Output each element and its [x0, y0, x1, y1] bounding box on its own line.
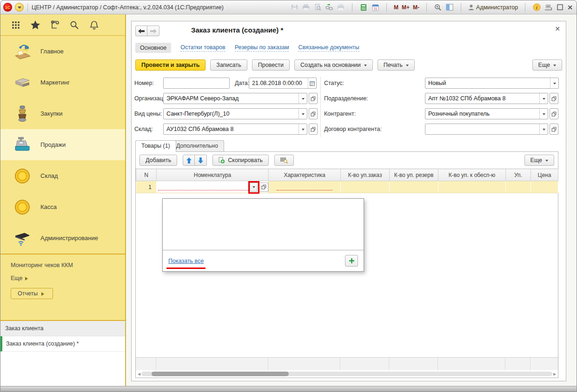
forward-button[interactable] — [147, 26, 159, 36]
show-all-link[interactable]: Показать все — [168, 258, 204, 264]
1c-logo-icon[interactable]: 1С — [3, 3, 12, 12]
sidebar-item-marketing[interactable]: Маркетинг — [0, 67, 125, 98]
table-row[interactable]: 1 — [136, 181, 558, 193]
counterparty-field[interactable]: Розничный покупатель — [425, 108, 548, 119]
sidebar-item-administration[interactable]: Администрирование — [0, 222, 125, 254]
col-nomenclature[interactable]: Номенклатура — [157, 169, 269, 181]
dropdown-caret[interactable] — [298, 109, 307, 119]
form-more-button[interactable]: Еще — [532, 59, 562, 71]
memory-recall-button[interactable]: M — [394, 4, 398, 11]
exchange-link-icon[interactable] — [325, 3, 333, 12]
apps-grid-icon[interactable] — [11, 20, 21, 30]
contract-open-button[interactable] — [550, 124, 558, 135]
maximize-icon[interactable] — [556, 3, 564, 12]
sidebar-more-link[interactable]: Еще — [11, 275, 125, 281]
date-field[interactable]: 21.08.2018 0:00:00 — [249, 78, 317, 89]
move-down-button[interactable] — [195, 155, 207, 166]
info-icon[interactable]: i — [532, 3, 541, 12]
post-button[interactable]: Провести — [252, 59, 290, 71]
open-window-item[interactable]: Заказ клиента — [0, 321, 125, 336]
status-field[interactable]: Новый — [425, 78, 559, 89]
copy-row-button[interactable]: Скопировать — [212, 155, 269, 166]
organization-open-button[interactable] — [309, 93, 318, 104]
create-based-on-button[interactable]: Создать на основании — [294, 59, 373, 71]
qty-order-cell[interactable] — [341, 181, 390, 193]
notifications-bell-icon[interactable] — [89, 20, 99, 30]
characteristic-input[interactable] — [277, 184, 332, 190]
split-view-icon[interactable] — [445, 3, 454, 12]
price-cell[interactable] — [531, 181, 558, 193]
col-n[interactable]: N — [136, 169, 157, 181]
price-type-field[interactable]: Санкт-Петербург(Л)_10 — [163, 108, 307, 119]
horizontal-scrollbar[interactable]: ◀ ▶ — [137, 371, 557, 377]
history-icon[interactable] — [50, 20, 60, 30]
row-number-cell[interactable]: 1 — [136, 181, 157, 193]
print-preview-icon[interactable] — [313, 3, 322, 12]
print-button[interactable]: Печать — [378, 59, 415, 71]
pack-cell[interactable] — [506, 181, 531, 193]
counterparty-open-button[interactable] — [550, 108, 558, 119]
warehouse-open-button[interactable] — [309, 124, 318, 135]
window-resize-icon[interactable] — [544, 3, 552, 12]
calculator-icon[interactable] — [359, 3, 368, 12]
back-button[interactable] — [135, 26, 147, 36]
nomenclature-input[interactable] — [158, 184, 248, 190]
create-new-item-button[interactable] — [345, 255, 358, 267]
memory-plus-button[interactable]: M+ — [402, 4, 410, 11]
price-type-open-button[interactable] — [309, 108, 318, 119]
col-qty-order[interactable]: К-во уп.заказ — [341, 169, 390, 181]
warehouse-field[interactable]: АУ1032 СПб Абрамова 8 — [163, 124, 307, 135]
print-icon[interactable] — [302, 3, 310, 12]
grid-more-button[interactable]: Еще — [524, 155, 554, 166]
department-open-button[interactable] — [550, 93, 558, 104]
characteristic-cell[interactable] — [269, 181, 341, 193]
contract-field[interactable] — [425, 124, 548, 135]
dropdown-caret[interactable] — [539, 109, 548, 119]
post-and-close-button[interactable]: Провести и закрыть — [135, 59, 206, 71]
nav-link-related[interactable]: Связанные документы — [298, 44, 359, 52]
dropdown-list-empty[interactable] — [163, 199, 364, 250]
qty-supply-cell[interactable] — [438, 181, 506, 193]
col-price[interactable]: Цена — [531, 169, 558, 181]
dropdown-caret[interactable] — [550, 78, 558, 88]
col-characteristic[interactable]: Характеристика — [269, 169, 341, 181]
current-user-button[interactable]: Администратор — [468, 4, 518, 11]
col-qty-reserve[interactable]: К-во уп. резерв — [390, 169, 438, 181]
save-icon[interactable] — [290, 3, 298, 12]
sidebar-item-purchases[interactable]: Закупки — [0, 98, 125, 129]
nav-main[interactable]: Основное — [135, 43, 171, 53]
sidebar-item-sales[interactable]: Продажи — [0, 129, 125, 160]
move-up-button[interactable] — [183, 155, 195, 166]
scrollbar-track[interactable] — [141, 372, 552, 376]
sidebar-item-cashbox[interactable]: Касса — [0, 191, 125, 222]
calendar-icon[interactable]: 31 — [371, 3, 379, 12]
monitoring-kkm-link[interactable]: Мониторинг чеков ККМ — [11, 262, 125, 268]
sidebar-item-main[interactable]: Главное — [0, 36, 125, 67]
organization-field[interactable]: ЭРКАФАРМ Северо-Запад — [163, 93, 307, 104]
form-close-icon[interactable]: ✕ — [555, 25, 560, 33]
zoom-icon[interactable] — [434, 3, 442, 12]
nomenclature-dropdown-button[interactable] — [250, 183, 258, 192]
save-button[interactable]: Записать — [210, 59, 247, 71]
close-icon[interactable]: ✕ — [567, 4, 573, 11]
tab-additional[interactable]: Дополнительно — [170, 140, 224, 151]
scrollbar-thumb[interactable] — [152, 372, 289, 376]
calendar-picker-icon[interactable] — [308, 78, 316, 88]
favorites-star-icon[interactable] — [30, 20, 40, 30]
scroll-left-icon[interactable]: ◀ — [137, 372, 141, 376]
add-row-button[interactable]: Добавить — [139, 155, 177, 166]
qty-reserve-cell[interactable] — [390, 181, 438, 193]
tab-goods[interactable]: Товары (1) — [135, 140, 176, 152]
nomenclature-cell[interactable] — [157, 181, 269, 193]
barcode-scan-button[interactable] — [274, 155, 294, 166]
nomenclature-open-button[interactable] — [259, 183, 268, 192]
memory-minus-button[interactable]: M- — [413, 4, 419, 11]
dropdown-caret[interactable] — [539, 93, 548, 104]
dropdown-caret[interactable] — [298, 93, 307, 104]
number-field[interactable] — [163, 78, 230, 89]
open-window-item-active[interactable]: Заказ клиента (создание) * — [0, 336, 125, 352]
col-pack[interactable]: Уп. — [506, 169, 531, 181]
sidebar-item-warehouse[interactable]: Склад — [0, 160, 125, 191]
nav-link-reserves[interactable]: Резервы по заказам — [235, 44, 289, 52]
dropdown-caret[interactable] — [298, 124, 307, 134]
